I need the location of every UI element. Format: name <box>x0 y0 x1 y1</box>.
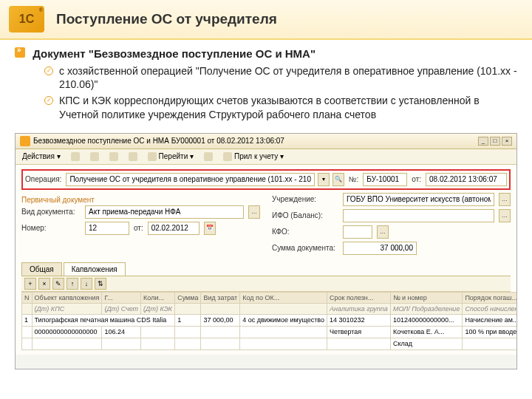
print-menu[interactable]: Прил к учету ▾ <box>221 151 286 162</box>
check-icon <box>44 96 53 105</box>
grid-toolbar: + × ✎ ↑ ↓ ⇅ <box>21 276 511 292</box>
src-num-label: Номер: <box>21 224 81 232</box>
sub-bullet-2-text: КПС и КЭК корреспондирующих счетов указы… <box>59 94 517 120</box>
grid-down-button[interactable]: ↓ <box>81 278 92 290</box>
org-label: Учреждение: <box>272 195 338 203</box>
page-header: 1С Поступление ОС от учредителя <box>0 0 532 40</box>
doc-number-input[interactable] <box>363 173 407 186</box>
check-icon <box>44 66 53 75</box>
doc-heading: Документ "Безвозмездное поступление ОС и… <box>15 47 517 60</box>
grid-header-2: (Дт) КПС(Дт) Счет(Дт) КЭКАналитика групп… <box>22 303 518 314</box>
maximize-button[interactable]: □ <box>490 137 500 146</box>
tb-btn-3[interactable] <box>107 151 120 162</box>
close-button[interactable]: × <box>502 137 512 146</box>
grid-up-button[interactable]: ↑ <box>66 278 78 290</box>
kfo-input[interactable] <box>343 225 372 239</box>
tb-btn-2[interactable] <box>88 151 101 162</box>
primary-doc-section: Первичный документ <box>21 196 260 204</box>
sum-input[interactable] <box>343 242 417 255</box>
operation-row: Операция: ▾ 🔍 №: от: <box>21 169 511 190</box>
slide-content: Документ "Безвозмездное поступление ОС и… <box>0 40 532 130</box>
bullet-icon <box>15 47 25 58</box>
kfo-label: КФО: <box>272 228 338 236</box>
src-from-label: от: <box>134 224 143 232</box>
data-grid[interactable]: NОбъект капвложенияГ...Коли...СуммаВид з… <box>21 292 517 350</box>
grid-header-1: NОбъект капвложенияГ...Коли...СуммаВид з… <box>22 292 518 303</box>
grid-add-button[interactable]: + <box>24 278 36 290</box>
sub-bullet-2: КПС и КЭК корреспондирующих счетов указы… <box>44 94 517 120</box>
tab-general[interactable]: Общая <box>21 262 62 276</box>
sub-bullet-1-text: с хозяйственной операцией "Получение ОС … <box>59 64 517 91</box>
ifo-picker-icon[interactable]: … <box>499 209 511 222</box>
doc-type-input[interactable] <box>85 205 244 219</box>
num-label: №: <box>349 175 359 183</box>
calendar-icon[interactable]: 📅 <box>204 222 216 235</box>
sum-label: Сумма документа: <box>272 244 338 252</box>
app-window: Безвозмездное поступление ОС и НМА БУ000… <box>15 133 517 369</box>
ifo-input[interactable] <box>343 209 494 222</box>
window-titlebar: Безвозмездное поступление ОС и НМА БУ000… <box>16 134 516 149</box>
operation-input[interactable] <box>66 173 314 186</box>
ifo-label: ИФО (Баланс): <box>272 211 338 219</box>
page-title: Поступление ОС от учредителя <box>56 11 277 27</box>
table-row: 1Типографская печатная машина CDS Italia… <box>22 314 518 326</box>
main-toolbar: Действия ▾ Перейти ▾ Прил к учету ▾ <box>16 149 516 165</box>
tabstrip: Общая Капвложения <box>21 262 511 276</box>
kfo-picker-icon[interactable]: … <box>377 225 389 239</box>
date-label: от: <box>412 175 421 183</box>
grid-sort-button[interactable]: ⇅ <box>95 278 106 290</box>
operation-search-icon[interactable]: 🔍 <box>332 173 344 186</box>
sub-bullet-1: с хозяйственной операцией "Получение ОС … <box>44 64 517 91</box>
table-row: Склад <box>22 338 518 349</box>
minimize-button[interactable]: _ <box>478 137 488 146</box>
doc-type-label: Вид документа: <box>21 208 81 216</box>
doc-date-input[interactable] <box>426 173 507 186</box>
operation-dropdown-icon[interactable]: ▾ <box>318 173 330 186</box>
actions-menu[interactable]: Действия ▾ <box>20 151 63 161</box>
go-menu[interactable]: Перейти ▾ <box>146 151 196 162</box>
tb-btn-5[interactable] <box>202 151 215 162</box>
form-area: Операция: ▾ 🔍 №: от: Первичный документ … <box>16 165 516 355</box>
tb-btn-4[interactable] <box>126 151 140 162</box>
tab-attachments[interactable]: Капвложения <box>64 262 126 276</box>
src-date-input[interactable] <box>148 222 200 235</box>
window-title: Безвозмездное поступление ОС и НМА БУ000… <box>33 137 284 145</box>
src-num-input[interactable] <box>85 222 129 235</box>
grid-edit-button[interactable]: ✎ <box>52 278 64 290</box>
doc-type-picker-icon[interactable]: … <box>248 205 260 219</box>
tb-btn-1[interactable] <box>69 151 82 162</box>
org-picker-icon[interactable]: … <box>499 193 511 206</box>
doc-heading-text: Документ "Безвозмездное поступление ОС и… <box>33 47 316 60</box>
operation-label: Операция: <box>25 175 61 183</box>
logo-1c: 1С <box>9 6 44 33</box>
org-input[interactable] <box>343 193 494 206</box>
window-icon <box>20 136 30 146</box>
grid-del-button[interactable]: × <box>38 278 50 290</box>
table-row: 00000000000000000106.24ЧетвертаяКочетков… <box>22 326 518 338</box>
